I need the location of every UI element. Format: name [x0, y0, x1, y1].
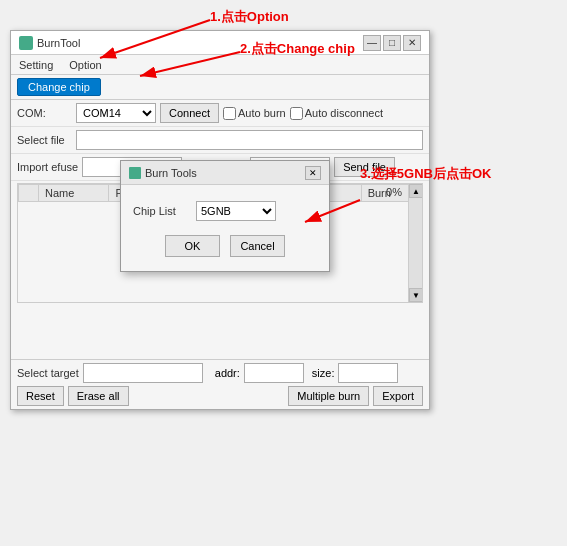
connect-button[interactable]: Connect — [160, 103, 219, 123]
com-select[interactable]: COM14 — [76, 103, 156, 123]
select-file-input[interactable] — [76, 130, 423, 150]
addr-label: addr: — [215, 367, 240, 379]
col-checkbox — [19, 185, 39, 202]
dialog-title-text: Burn Tools — [145, 167, 197, 179]
bottom-row1: Select target addr: size: — [17, 363, 423, 383]
dialog-title-bar: Burn Tools ✕ — [121, 161, 329, 185]
scroll-down-arrow[interactable]: ▼ — [409, 288, 423, 302]
com-label: COM: — [17, 107, 72, 119]
auto-disconnect-checkbox[interactable] — [290, 107, 303, 120]
import-efuse-label: Import efuse — [17, 161, 78, 173]
reset-button[interactable]: Reset — [17, 386, 64, 406]
title-controls: — □ ✕ — [363, 35, 421, 51]
col-name: Name — [39, 185, 109, 202]
step1-annotation: 1.点击Option — [210, 8, 289, 26]
scroll-up-arrow[interactable]: ▲ — [409, 184, 423, 198]
maximize-button[interactable]: □ — [383, 35, 401, 51]
dialog-body: Chip List 5GNB 5GNA 5GNC OK Cancel — [121, 185, 329, 271]
auto-burn-checkbox-label[interactable]: Auto burn — [223, 107, 286, 120]
auto-disconnect-checkbox-label[interactable]: Auto disconnect — [290, 107, 383, 120]
menu-setting[interactable]: Setting — [15, 58, 57, 72]
dialog-close-button[interactable]: ✕ — [305, 166, 321, 180]
chip-list-select[interactable]: 5GNB 5GNA 5GNC — [196, 201, 276, 221]
com-row: COM: COM14 Connect Auto burn Auto discon… — [11, 100, 429, 127]
export-button[interactable]: Export — [373, 386, 423, 406]
select-target-label: Select target — [17, 367, 79, 379]
toolbar: Change chip — [11, 75, 429, 100]
cancel-button[interactable]: Cancel — [230, 235, 285, 257]
select-file-label: Select file — [17, 134, 72, 146]
menu-bar: Setting Option — [11, 55, 429, 75]
change-chip-button[interactable]: Change chip — [17, 78, 101, 96]
multiple-burn-button[interactable]: Multiple burn — [288, 386, 369, 406]
app-icon — [19, 36, 33, 50]
window-title: BurnTool — [37, 37, 80, 49]
chip-list-label: Chip List — [133, 205, 188, 217]
burn-tools-dialog: Burn Tools ✕ Chip List 5GNB 5GNA 5GNC OK… — [120, 160, 330, 272]
title-bar-left: BurnTool — [19, 36, 80, 50]
menu-option[interactable]: Option — [65, 58, 105, 72]
bottom-row2: Reset Erase all Multiple burn Export — [17, 386, 423, 406]
close-button[interactable]: ✕ — [403, 35, 421, 51]
ok-button[interactable]: OK — [165, 235, 220, 257]
scroll-right[interactable]: ▲ ▼ — [408, 184, 422, 302]
dialog-buttons: OK Cancel — [133, 235, 317, 261]
size-input[interactable] — [338, 363, 398, 383]
dialog-icon — [129, 167, 141, 179]
erase-all-button[interactable]: Erase all — [68, 386, 129, 406]
bottom-bar: Select target addr: size: Reset Erase al… — [11, 359, 429, 409]
minimize-button[interactable]: — — [363, 35, 381, 51]
auto-burn-checkbox[interactable] — [223, 107, 236, 120]
chip-list-row: Chip List 5GNB 5GNA 5GNC — [133, 201, 317, 221]
dialog-title-left: Burn Tools — [129, 167, 197, 179]
select-target-input[interactable] — [83, 363, 203, 383]
send-file-button[interactable]: Send file — [334, 157, 395, 177]
progress-pct: 0% — [386, 186, 402, 198]
title-bar: BurnTool — □ ✕ — [11, 31, 429, 55]
size-label: size: — [312, 367, 335, 379]
addr-input[interactable] — [244, 363, 304, 383]
select-file-row: Select file — [11, 127, 429, 154]
